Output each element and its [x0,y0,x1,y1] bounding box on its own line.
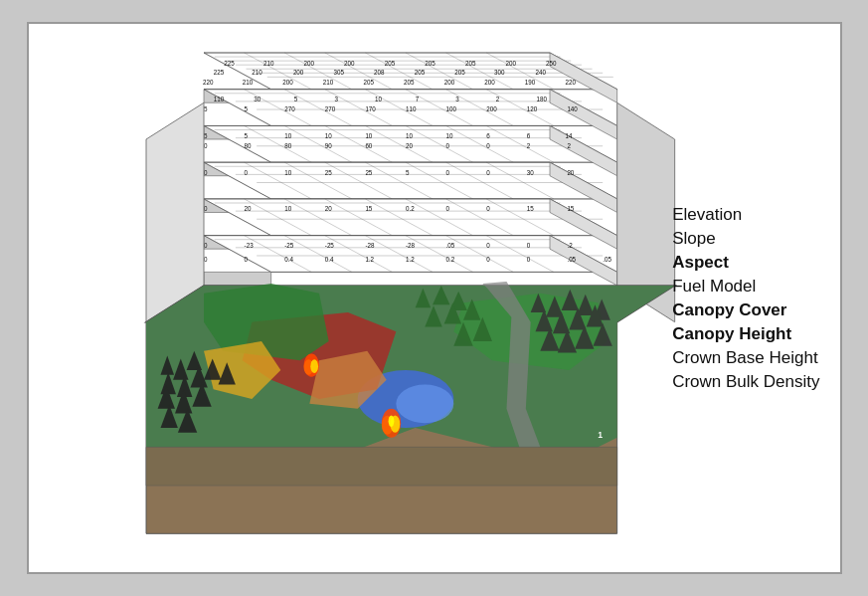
svg-text:3: 3 [334,96,338,102]
svg-text:15: 15 [365,206,372,213]
svg-text:5: 5 [204,105,208,112]
svg-marker-192 [204,272,271,286]
svg-text:.05: .05 [445,242,454,249]
svg-text:25: 25 [365,169,372,176]
legend-item-elevation: Elevation [672,205,819,225]
svg-text:-25: -25 [284,242,294,249]
svg-text:0: 0 [244,169,248,176]
legend-item-canopy-height: Canopy Height [672,324,819,344]
svg-text:210: 210 [262,60,273,67]
svg-text:225: 225 [224,60,235,67]
svg-text:300: 300 [493,69,504,76]
layer-canopy-height: 0 -23 -25 -25 -28 -28 .05 0 0 .2 0 0 0.4… [204,236,617,286]
svg-text:205: 205 [384,60,395,67]
svg-text:100: 100 [445,105,456,112]
svg-text:180: 180 [536,96,547,102]
svg-text:110: 110 [406,105,417,112]
svg-text:208: 208 [374,69,385,76]
svg-text:190: 190 [524,79,535,86]
svg-text:1: 1 [598,430,603,440]
svg-text:0.4: 0.4 [284,256,293,263]
svg-text:200: 200 [344,60,355,67]
svg-text:20: 20 [324,206,331,213]
svg-text:210: 210 [322,79,333,86]
svg-text:0: 0 [204,242,208,249]
svg-point-220 [396,385,453,424]
svg-text:0: 0 [486,206,490,213]
svg-text:30: 30 [254,96,260,102]
svg-text:200: 200 [303,60,314,67]
svg-text:-25: -25 [324,242,334,249]
svg-text:80: 80 [244,142,251,149]
svg-text:0: 0 [486,242,490,249]
svg-text:7: 7 [415,96,419,102]
svg-text:205: 205 [464,60,475,67]
svg-text:3: 3 [455,96,459,102]
svg-point-264 [310,359,318,373]
legend-item-slope: Slope [672,229,819,249]
svg-text:200: 200 [486,105,497,112]
svg-text:0: 0 [204,169,208,176]
svg-text:2: 2 [567,142,571,149]
svg-text:0: 0 [204,142,208,149]
svg-text:14: 14 [565,132,572,139]
svg-text:10: 10 [284,206,291,213]
svg-text:270: 270 [324,105,335,112]
svg-text:1.2: 1.2 [365,256,374,263]
svg-text:0: 0 [486,142,490,149]
svg-text:0.2: 0.2 [406,206,415,213]
content-area: 225 210 200 200 205 205 205 200 250 225 … [29,24,840,572]
svg-text:210: 210 [242,79,253,86]
svg-text:0: 0 [526,242,530,249]
svg-text:20: 20 [244,206,251,213]
svg-text:0: 0 [526,256,530,263]
svg-text:200: 200 [282,79,293,86]
svg-text:-28: -28 [406,242,416,249]
svg-text:0: 0 [445,206,449,213]
svg-text:5: 5 [293,96,297,102]
svg-text:25: 25 [324,169,331,176]
svg-text:90: 90 [324,142,331,149]
svg-text:120: 120 [526,105,537,112]
legend-item-crown-bulk-density: Crown Bulk Density [672,372,819,392]
svg-text:240: 240 [535,69,546,76]
svg-text:110: 110 [213,96,224,102]
svg-text:205: 205 [404,79,415,86]
svg-point-268 [388,415,394,427]
svg-text:0.2: 0.2 [445,256,454,263]
svg-text:10: 10 [406,132,413,139]
svg-text:30: 30 [526,169,533,176]
svg-text:15: 15 [526,206,533,213]
terrain: 1 [146,282,675,533]
svg-text:200: 200 [505,60,516,67]
svg-text:0.4: 0.4 [324,256,333,263]
legend-item-crown-base-height: Crown Base Height [672,348,819,368]
svg-text:10: 10 [445,132,452,139]
svg-text:10: 10 [284,132,291,139]
svg-marker-227 [146,447,617,486]
svg-text:5: 5 [244,132,248,139]
main-container: 225 210 200 200 205 205 205 200 250 225 … [27,22,842,574]
svg-text:205: 205 [363,79,374,86]
svg-text:0: 0 [204,256,208,263]
legend-item-fuel-model: Fuel Model [672,277,819,297]
svg-text:0: 0 [445,142,449,149]
svg-text:2: 2 [526,142,530,149]
svg-text:.2: .2 [567,242,573,249]
svg-text:305: 305 [333,69,344,76]
svg-text:205: 205 [454,69,465,76]
svg-text:-28: -28 [365,242,375,249]
svg-text:15: 15 [567,206,574,213]
svg-text:.05: .05 [567,256,576,263]
legend-area: ElevationSlopeAspectFuel ModelCanopy Cov… [672,205,819,392]
svg-text:10: 10 [365,132,372,139]
svg-text:80: 80 [284,142,291,149]
svg-text:205: 205 [414,69,425,76]
svg-text:6: 6 [486,132,490,139]
svg-text:2: 2 [495,96,499,102]
svg-text:140: 140 [567,105,578,112]
svg-text:5: 5 [244,105,248,112]
svg-text:10: 10 [324,132,331,139]
svg-text:220: 220 [565,79,576,86]
svg-text:0: 0 [486,256,490,263]
